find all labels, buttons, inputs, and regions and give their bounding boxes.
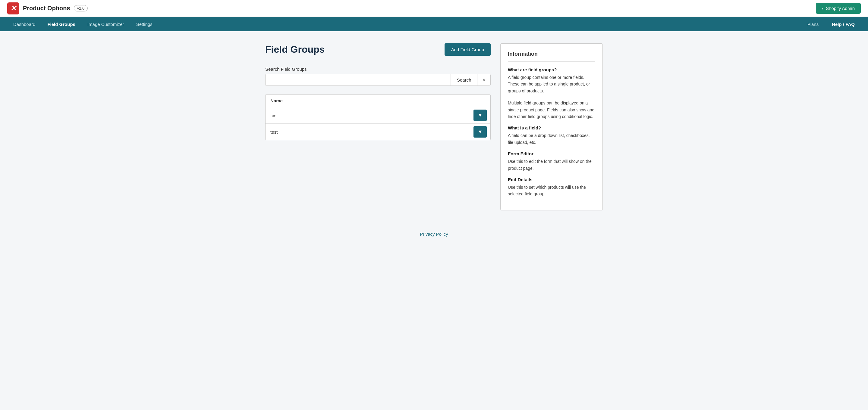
search-input[interactable] xyxy=(266,74,451,86)
table-row: test ▼ xyxy=(266,107,490,124)
search-row: Search × xyxy=(265,74,491,86)
field-groups-table: Name test ▼ test ▼ xyxy=(265,94,491,140)
info-title: Information xyxy=(508,51,595,62)
add-field-group-button[interactable]: Add Field Group xyxy=(444,43,491,56)
info-section-title-1: What are field groups? xyxy=(508,67,595,72)
main-content: Field Groups Add Field Group Search Fiel… xyxy=(253,43,615,210)
info-section-title-4: Form Editor xyxy=(508,151,595,156)
info-section-text-3: A field can be a drop down list, checkbo… xyxy=(508,132,595,146)
clear-search-button[interactable]: × xyxy=(477,74,490,86)
nav-item-help-faq[interactable]: Help / FAQ xyxy=(826,17,861,31)
left-panel: Field Groups Add Field Group Search Fiel… xyxy=(265,43,491,140)
field-group-name-2: test xyxy=(266,125,470,139)
shopify-admin-button[interactable]: ‹ Shopify Admin xyxy=(816,3,861,14)
info-section-text-4: Use this to edit the form that will show… xyxy=(508,158,595,172)
nav-item-dashboard[interactable]: Dashboard xyxy=(7,17,41,31)
version-badge: v2.0 xyxy=(74,5,88,11)
table-column-name: Name xyxy=(270,98,486,103)
chevron-left-icon: ‹ xyxy=(822,6,824,11)
nav-bar: Dashboard Field Groups Image Customizer … xyxy=(0,17,868,31)
search-label: Search Field Groups xyxy=(265,67,491,72)
app-title: Product Options xyxy=(23,5,70,12)
app-logo: ✕ xyxy=(7,2,19,14)
table-action-1: ▼ xyxy=(470,107,490,124)
page-title: Field Groups xyxy=(265,44,324,55)
nav-left: Dashboard Field Groups Image Customizer … xyxy=(7,17,158,31)
info-section-text-1: A field group contains one or more field… xyxy=(508,74,595,94)
header-row: Field Groups Add Field Group xyxy=(265,43,491,62)
info-section-4: Form Editor Use this to edit the form th… xyxy=(508,151,595,172)
nav-item-image-customizer[interactable]: Image Customizer xyxy=(82,17,130,31)
shopify-admin-label: Shopify Admin xyxy=(826,6,855,11)
search-button[interactable]: Search xyxy=(451,74,477,86)
info-panel: Information What are field groups? A fie… xyxy=(500,43,603,210)
table-row: test ▼ xyxy=(266,124,490,140)
table-header: Name xyxy=(266,95,490,107)
field-group-name-1: test xyxy=(266,109,470,122)
top-bar-left: ✕ Product Options v2.0 xyxy=(7,2,88,14)
info-section-5: Edit Details Use this to set which produ… xyxy=(508,177,595,198)
info-section-text-2: Multiple field groups ban be displayed o… xyxy=(508,100,595,120)
nav-item-settings[interactable]: Settings xyxy=(130,17,158,31)
top-bar: ✕ Product Options v2.0 ‹ Shopify Admin xyxy=(0,0,868,17)
info-section-1: What are field groups? A field group con… xyxy=(508,67,595,94)
nav-right: Plans Help / FAQ xyxy=(801,17,861,31)
table-action-2: ▼ xyxy=(470,124,490,140)
row-action-button-2[interactable]: ▼ xyxy=(473,126,487,138)
chevron-down-icon: ▼ xyxy=(478,112,483,118)
info-section-3: What is a field? A field can be a drop d… xyxy=(508,125,595,146)
info-section-title-3: What is a field? xyxy=(508,125,595,130)
row-action-button-1[interactable]: ▼ xyxy=(473,110,487,121)
info-section-2: Multiple field groups ban be displayed o… xyxy=(508,100,595,120)
footer: Privacy Policy xyxy=(0,223,868,246)
nav-item-plans[interactable]: Plans xyxy=(801,17,825,31)
info-section-title-5: Edit Details xyxy=(508,177,595,182)
privacy-policy-link[interactable]: Privacy Policy xyxy=(420,232,448,237)
info-section-text-5: Use this to set which products will use … xyxy=(508,184,595,198)
nav-item-field-groups[interactable]: Field Groups xyxy=(41,17,82,31)
chevron-down-icon: ▼ xyxy=(478,129,483,135)
